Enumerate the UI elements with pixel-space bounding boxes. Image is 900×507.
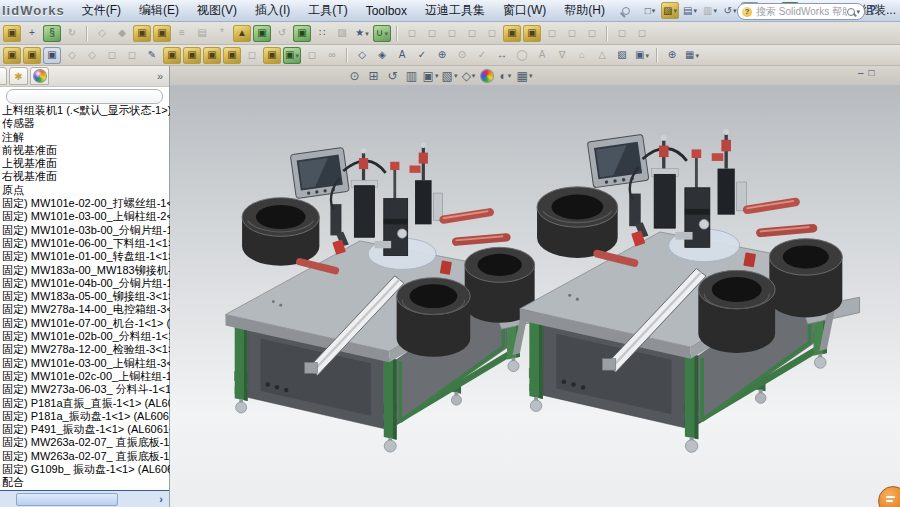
- smart-component-icon[interactable]: ▣: [163, 47, 181, 64]
- dropdown-arrow-icon[interactable]: ▾: [508, 72, 512, 79]
- external-tool-1-icon[interactable]: ◻: [613, 25, 631, 42]
- smart-fastener-insert-icon[interactable]: ▣: [3, 47, 21, 64]
- update-holders-icon[interactable]: ▣: [503, 25, 521, 42]
- note-icon[interactable]: A: [393, 47, 411, 64]
- display-style-icon[interactable]: ▧▾: [441, 68, 458, 84]
- hyperlink-icon[interactable]: ∞: [323, 47, 341, 64]
- grid-system-icon[interactable]: ▦▾: [683, 47, 701, 64]
- scrollbar-right-arrow-icon[interactable]: ›: [154, 492, 168, 505]
- zoom-selection-icon[interactable]: ⊙: [453, 47, 471, 64]
- dropdown-arrow-icon[interactable]: ▾: [714, 7, 718, 14]
- large-design-review-icon[interactable]: ▣▾: [283, 47, 301, 64]
- reload-icon[interactable]: ↺: [273, 25, 291, 42]
- menu-编辑(E)[interactable]: 编辑(E): [130, 0, 188, 21]
- tree-item[interactable]: 固定) MW101e-03b-00_分铜片组-1<1> ( ): [2, 224, 170, 237]
- interference-detection-icon[interactable]: ▲: [233, 25, 251, 42]
- tree-item[interactable]: 固定) MW263a-02-07_ 直振底板-1<1> (AL6: [2, 436, 170, 449]
- menu-Toolbox[interactable]: Toolbox: [357, 2, 416, 20]
- menu-迈迪工具集[interactable]: 迈迪工具集: [416, 0, 494, 21]
- dropdown-arrow-icon[interactable]: ▾: [694, 7, 698, 14]
- tool-x-icon[interactable]: ◻: [243, 47, 261, 64]
- scrollbar-thumb[interactable]: [16, 493, 118, 506]
- tree-item[interactable]: 固定) G109b_ 振动盘-1<1> (AL6061+无色阳: [2, 463, 170, 476]
- dropdown-arrow-icon[interactable]: ▾: [435, 72, 439, 79]
- tree-item[interactable]: 固定) MW278a-14-00_电控箱组-3<1> ( ): [2, 303, 170, 316]
- tree-item[interactable]: 固定) MW273a-06-03_ 分料斗-1<1> (AL606: [2, 383, 170, 396]
- rotate-component-icon[interactable]: ↻: [63, 25, 81, 42]
- tree-item[interactable]: 固定) MW101e-02b-00_分料组-1<1> ( ): [2, 330, 170, 343]
- zoom-tool-icon[interactable]: ⊕: [433, 47, 451, 64]
- tree-item[interactable]: 注解: [2, 131, 170, 144]
- restore-icon[interactable]: □: [869, 67, 880, 78]
- help-search-box[interactable]: ? 搜索 SolidWorks 帮助 ▾: [737, 3, 865, 20]
- shaded-sketch-icon[interactable]: ▧: [613, 47, 631, 64]
- tree-item[interactable]: 前视基准面: [2, 144, 170, 157]
- take-snapshot-icon[interactable]: ▣: [523, 25, 541, 42]
- warning-review-icon[interactable]: △: [593, 47, 611, 64]
- print-icon[interactable]: ▥▾: [701, 2, 719, 19]
- no-external-references-icon[interactable]: ▣: [153, 25, 171, 42]
- check-document-icon[interactable]: ✓: [473, 47, 491, 64]
- menu-工具(T)[interactable]: 工具(T): [299, 0, 356, 21]
- tree-item[interactable]: 固定) MW101e-02-00_打螺丝组-1<1> ( ): [2, 197, 170, 210]
- mate-icon[interactable]: §: [43, 25, 61, 42]
- exploded-view-icon[interactable]: *: [213, 25, 231, 42]
- hide-show-items-icon[interactable]: ◇▾: [460, 68, 477, 84]
- tree-item[interactable]: 固定) P181a直振_直振-1<1> (AL6061+无色: [2, 397, 170, 410]
- featuremanager-tree-tab[interactable]: [0, 67, 7, 85]
- external-tool-2-icon[interactable]: ◻: [633, 25, 651, 42]
- tree-item[interactable]: 固定) MW183a-05-00_铆接组-3<1> ( ): [2, 290, 170, 303]
- dropdown-arrow-icon[interactable]: ▾: [365, 30, 369, 37]
- smart-fasteners-icon[interactable]: ★▾: [353, 25, 371, 42]
- search-magnifier-icon[interactable]: [847, 8, 855, 16]
- speedpak-icon[interactable]: ▣: [183, 47, 201, 64]
- menu-帮助(H)[interactable]: 帮助(H): [555, 0, 614, 21]
- search-input[interactable]: 搜索 SolidWorks 帮助: [756, 5, 847, 19]
- menu-视图(V)[interactable]: 视图(V): [188, 0, 246, 21]
- machine-model-right[interactable]: [520, 129, 860, 452]
- assembly-3d-view[interactable]: [170, 85, 900, 507]
- tree-item[interactable]: 固定) MW278a-12-00_检验组-3<1> ( ): [2, 343, 170, 356]
- help-menu-button[interactable]: ?: [869, 3, 876, 17]
- tree-item[interactable]: 固定) MW101e-03-00_上铜柱组-2<1> ( ): [2, 210, 170, 223]
- zoom-to-area-icon[interactable]: ⊞: [365, 68, 382, 84]
- dropdown-arrow-icon[interactable]: ▾: [733, 7, 737, 14]
- tool-y-icon[interactable]: ▣: [263, 47, 281, 64]
- tool-z-icon[interactable]: ◻: [303, 47, 321, 64]
- search-dropdown-icon[interactable]: ▾: [856, 8, 860, 16]
- 3d-sketch-icon[interactable]: ◈: [373, 47, 391, 64]
- tree-item[interactable]: 原点: [2, 184, 170, 197]
- move-component-icon[interactable]: +: [23, 25, 41, 42]
- menu-pin-icon[interactable]: [620, 6, 630, 16]
- mirror-components-icon[interactable]: ▨: [333, 25, 351, 42]
- tree-item[interactable]: 固定) MW101e-01-00_转盘组-1<1> ( ): [2, 250, 170, 263]
- edit-component-icon[interactable]: ▣: [133, 25, 151, 42]
- panel-overflow-chevron[interactable]: »: [157, 70, 163, 82]
- change-suppression-icon[interactable]: ◆: [113, 25, 131, 42]
- new-file-icon[interactable]: □▾: [641, 2, 659, 19]
- magnetic-mate-icon[interactable]: ▣: [23, 47, 41, 64]
- bill-of-materials-icon[interactable]: ▤: [193, 25, 211, 42]
- dropdown-arrow-icon[interactable]: ▾: [674, 7, 678, 14]
- dropdown-arrow-icon[interactable]: ▾: [652, 7, 656, 14]
- tree-item[interactable]: 固定) MW101e-04b-00_分铜片组-1<1> ( ): [2, 277, 170, 290]
- save-icon[interactable]: ▤▾: [681, 2, 699, 19]
- tree-item[interactable]: 固定) MW101e-07-00_机台-1<1> ( ): [2, 317, 170, 330]
- assembly-features-icon[interactable]: ◻: [423, 25, 441, 42]
- new-motion-study-icon[interactable]: ◻: [403, 25, 421, 42]
- dropdown-arrow-icon[interactable]: ▾: [472, 72, 476, 79]
- graphics-viewport[interactable]: [170, 85, 900, 507]
- datum-tag-icon[interactable]: A: [533, 47, 551, 64]
- tree-item[interactable]: 固定) P181a_振动盘-1<1> (AL6061+无色阳: [2, 410, 170, 423]
- dropdown-arrow-icon[interactable]: ▾: [529, 72, 533, 79]
- minimize-icon[interactable]: –: [858, 67, 869, 78]
- clip-tool-icon[interactable]: ◻: [123, 47, 141, 64]
- tree-item[interactable]: 固定) MW263a-02-07_ 直振底板-1<2> (AL6: [2, 450, 170, 463]
- tree-item[interactable]: 固定) MW101e-06-00_下料组-1<1> ( ): [2, 237, 170, 250]
- grab-tool-icon[interactable]: ◻: [103, 47, 121, 64]
- dropdown-arrow-icon[interactable]: ▾: [384, 30, 388, 37]
- camera-view-icon[interactable]: ▣▾: [633, 47, 651, 64]
- tree-item[interactable]: 固定) P491_振动盘-1<1> (AL6061+无色阳极: [2, 423, 170, 436]
- sketch-icon[interactable]: ◇: [353, 47, 371, 64]
- zoom-to-fit-icon[interactable]: ⊙: [346, 68, 363, 84]
